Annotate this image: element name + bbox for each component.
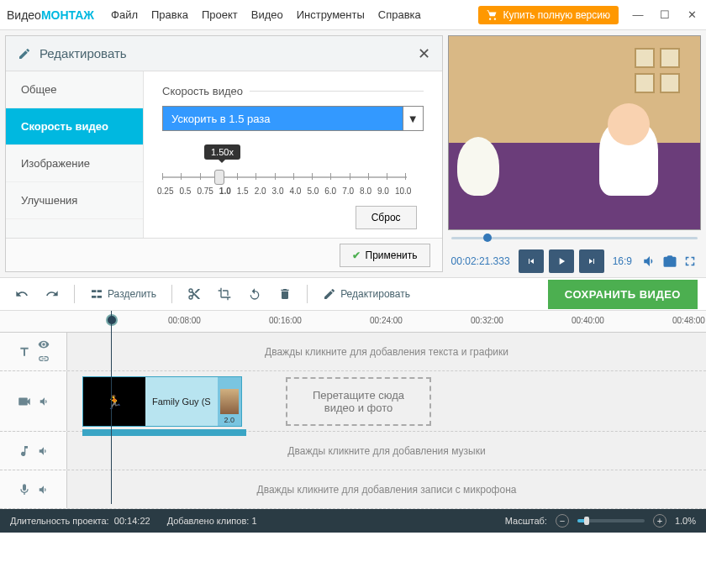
close-button[interactable]: ✕ — [684, 8, 699, 23]
zoom-slider[interactable] — [577, 519, 645, 522]
edit-content: Скорость видео Ускорить в 1.5 раза ▼ 1.5… — [144, 71, 442, 238]
save-video-button[interactable]: СОХРАНИТЬ ВИДЕО — [548, 280, 698, 309]
slider-ticks — [162, 173, 407, 180]
reset-button[interactable]: Сброс — [356, 206, 417, 229]
chevron-down-icon: ▼ — [403, 107, 423, 130]
mic-track-hint: Дважды кликните для добавления записи с … — [257, 484, 517, 496]
video-dropzone[interactable]: Перетащите сюда видео и фото — [286, 377, 431, 426]
undo-icon — [15, 287, 29, 301]
volume-icon — [642, 254, 657, 269]
aspect-ratio-label[interactable]: 16:9 — [613, 255, 632, 267]
redo-button[interactable] — [39, 282, 66, 306]
zoom-thumb[interactable] — [584, 517, 589, 525]
zoom-in-button[interactable]: + — [653, 514, 666, 528]
clip-transition[interactable]: 2.0 — [218, 377, 241, 426]
app-logo: ВидеоМОНТАЖ — [7, 8, 94, 22]
buy-full-version-button[interactable]: Купить полную версию — [478, 6, 619, 24]
timecode: 00:02:21.333 — [451, 255, 510, 267]
rotate-button[interactable] — [241, 282, 268, 306]
menu-tools[interactable]: Инструменты — [297, 8, 365, 21]
play-button[interactable] — [549, 249, 574, 273]
timeline: 00:08:00 00:16:00 00:24:00 00:32:00 00:4… — [0, 311, 706, 509]
clips-added: Добавлено клипов: 1 — [167, 516, 257, 526]
maximize-button[interactable]: ☐ — [657, 8, 672, 23]
scale-label: Масштаб: — [505, 516, 547, 526]
menu-file[interactable]: Файл — [111, 8, 138, 21]
check-icon: ✔ — [352, 249, 361, 261]
delete-button[interactable] — [271, 282, 298, 306]
volume-button[interactable] — [642, 254, 657, 269]
undo-button[interactable] — [8, 282, 35, 306]
track-music-head — [0, 432, 67, 470]
tab-improvements[interactable]: Улучшения — [6, 182, 143, 219]
tab-general[interactable]: Общее — [6, 71, 143, 108]
play-icon — [556, 255, 567, 267]
timeline-ruler[interactable]: 00:08:00 00:16:00 00:24:00 00:32:00 00:4… — [0, 311, 706, 333]
edit-panel: Редактировать ✕ Общее Скорость видео Изо… — [5, 35, 443, 272]
crop-icon — [218, 287, 231, 301]
rotate-icon — [248, 287, 261, 301]
zoom-out-button[interactable]: − — [556, 514, 569, 528]
split-icon — [90, 287, 103, 301]
link-icon[interactable] — [38, 353, 50, 365]
track-text-head — [0, 333, 67, 370]
preview-scrubber[interactable] — [448, 230, 701, 245]
crop-button[interactable] — [211, 282, 238, 306]
video-clip[interactable]: 🏃 Family Guy (S 2.0 — [82, 376, 242, 427]
split-button[interactable]: Разделить — [83, 282, 163, 306]
speed-label: Скорость видео — [162, 85, 424, 97]
edit-icon — [18, 47, 31, 60]
preview-video[interactable] — [448, 35, 701, 230]
statusbar: Длительность проекта: 00:14:22 Добавлено… — [0, 509, 706, 533]
snapshot-button[interactable] — [662, 254, 677, 269]
eye-icon[interactable] — [38, 339, 50, 350]
track-mic[interactable]: Дважды кликните для добавления записи с … — [0, 470, 706, 509]
titlebar: ВидеоМОНТАЖ Файл Правка Проект Видео Инс… — [0, 0, 706, 30]
trash-icon — [278, 287, 292, 301]
minimize-button[interactable]: — — [630, 8, 645, 23]
skip-next-icon — [587, 256, 597, 266]
apply-button[interactable]: ✔ Применить — [340, 244, 430, 267]
track-text[interactable]: Дважды кликните для добавления текста и … — [0, 333, 706, 371]
video-icon — [17, 394, 32, 409]
speed-dropdown[interactable]: Ускорить в 1.5 раза ▼ — [162, 106, 424, 131]
menu-video[interactable]: Видео — [251, 8, 283, 21]
edit-button[interactable]: Редактировать — [316, 282, 417, 306]
menubar: Файл Правка Проект Видео Инструменты Спр… — [111, 8, 421, 21]
next-frame-button[interactable] — [579, 249, 604, 273]
volume-icon[interactable] — [39, 396, 50, 407]
scissors-icon — [187, 287, 201, 301]
playhead-line — [111, 311, 112, 504]
playhead-marker[interactable] — [106, 314, 118, 326]
text-track-hint: Дважды кликните для добавления текста и … — [265, 346, 508, 358]
track-video-head — [0, 371, 67, 431]
zoom-value: 1.0% — [675, 516, 696, 526]
menu-project[interactable]: Проект — [202, 8, 238, 21]
volume-icon[interactable] — [38, 445, 50, 457]
mic-icon — [18, 483, 31, 496]
skip-prev-icon — [526, 256, 536, 266]
track-video[interactable]: 🏃 Family Guy (S 2.0 Перетащите сюда виде… — [0, 371, 706, 432]
pencil-icon — [323, 287, 336, 301]
preview-controls: 00:02:21.333 16:9 — [448, 245, 701, 277]
clip-label: Family Guy (S — [145, 377, 218, 426]
cut-button[interactable] — [181, 282, 208, 306]
fullscreen-icon — [682, 254, 698, 269]
clip-thumbnail: 🏃 — [83, 377, 145, 426]
scrubber-thumb[interactable] — [483, 234, 492, 242]
menu-edit[interactable]: Правка — [151, 8, 188, 21]
tab-image[interactable]: Изображение — [6, 145, 143, 182]
prev-frame-button[interactable] — [519, 249, 544, 273]
volume-icon[interactable] — [38, 484, 50, 496]
preview-pane: 00:02:21.333 16:9 — [443, 30, 706, 277]
slider-thumb[interactable] — [214, 170, 224, 185]
tab-video-speed[interactable]: Скорость видео — [6, 108, 143, 145]
slider-labels: 0.250.50.751.01.52.03.04.05.06.07.08.09.… — [157, 186, 412, 196]
edit-panel-close-button[interactable]: ✕ — [418, 45, 430, 63]
menu-help[interactable]: Справка — [378, 8, 421, 21]
track-mic-head — [0, 470, 67, 508]
edit-panel-header: Редактировать ✕ — [6, 36, 442, 71]
track-music[interactable]: Дважды кликните для добавления музыки — [0, 432, 706, 470]
fullscreen-button[interactable] — [682, 254, 698, 269]
window-controls: — ☐ ✕ — [630, 8, 699, 23]
